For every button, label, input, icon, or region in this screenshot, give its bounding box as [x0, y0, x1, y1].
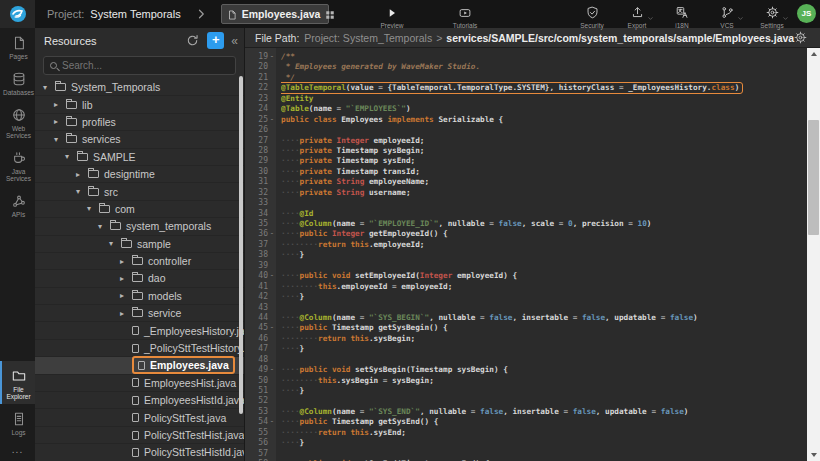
gutter-line-49[interactable]: 49- — [245, 365, 276, 375]
page-icon — [12, 33, 26, 50]
sidebar-item-label: Logs — [2, 429, 35, 436]
tree-item-lib[interactable]: ▸lib — [35, 96, 244, 113]
 — [268, 94, 276, 104]
gutter-line-19[interactable]: 19- — [245, 52, 276, 62]
gutter-line-57: 57 — [245, 449, 276, 459]
tree-item-controller[interactable]: ▸controller — [35, 253, 244, 270]
export-button[interactable]: Export — [619, 3, 655, 29]
activity-bar-top: PagesDatabasesWeb ServicesJava ServicesA… — [0, 28, 35, 222]
search-input[interactable] — [62, 60, 212, 71]
tree-item--employeeshistory-java[interactable]: _EmployeesHistory.java — [35, 322, 244, 339]
tab-employees-java[interactable]: Employees.java — [221, 4, 329, 24]
chevron-right-icon[interactable]: ▸ — [76, 170, 88, 179]
scrollbar-thumb[interactable] — [808, 120, 819, 235]
tree-item-com[interactable]: ▾com — [35, 201, 244, 218]
folder-icon — [121, 240, 132, 248]
code-line-44: ····@Column(name = "`SYS_BEGIN`", nullab… — [281, 313, 807, 323]
chevron-down-icon[interactable]: ▾ — [54, 135, 66, 144]
chevron-down-icon[interactable]: ▾ — [65, 152, 77, 161]
code-line-33 — [281, 198, 807, 208]
tree-item-sample[interactable]: ▾sample — [35, 236, 244, 253]
chevron-down-icon[interactable]: ▾ — [76, 187, 88, 196]
sidebar-item-logs[interactable]: Logs — [0, 404, 35, 440]
tree-item-system-temporals[interactable]: ▾System_Temporals — [35, 79, 244, 96]
code-line-41: ········this.employeeId = employeeId; — [281, 282, 807, 292]
tree-item-employees-java[interactable]: Employees.java — [35, 357, 244, 374]
sidebar-item-databases[interactable]: Databases — [0, 64, 35, 100]
tree-item-dao[interactable]: ▸dao — [35, 270, 244, 287]
resources-search[interactable] — [43, 56, 236, 75]
tree-item-label: PolicySttTestHistId.java — [144, 446, 245, 458]
vcs-button[interactable]: VCS — [709, 3, 745, 29]
folder-icon — [132, 309, 143, 317]
tree-item-policystttest-java[interactable]: PolicySttTest.java — [35, 409, 244, 426]
tree-item-employeeshist-java[interactable]: EmployeesHist.java — [35, 375, 244, 392]
sidebar-item-file-explorer[interactable]: File Explorer — [0, 361, 35, 404]
sidebar-item-apis[interactable]: APIs — [0, 186, 35, 222]
sidebar-item-pages[interactable]: Pages — [0, 28, 35, 64]
activity-bar: PagesDatabasesWeb ServicesJava ServicesA… — [0, 28, 35, 461]
tree-item-designtime[interactable]: ▸designtime — [35, 166, 244, 183]
tree-item-services[interactable]: ▾services — [35, 131, 244, 148]
chevron-right-icon[interactable]: ▸ — [120, 309, 132, 318]
code-editor[interactable]: 19-202122232425-2627282930313233343536-3… — [245, 48, 820, 461]
tree-item--policystttesthistory-java[interactable]: _PolicySttTestHistory.java — [35, 340, 244, 357]
collapse-panel-icon[interactable]: « — [231, 34, 238, 48]
add-resource-button[interactable]: + — [207, 32, 224, 49]
chevron-down-icon[interactable]: ▾ — [98, 222, 110, 231]
resources-scrollbar[interactable] — [239, 76, 243, 414]
chevron-right-icon[interactable]: ▸ — [120, 274, 132, 283]
i18n-button[interactable]: i18N — [664, 3, 700, 29]
sidebar-item-java-services[interactable]: Java Services — [0, 143, 35, 186]
grid-icon[interactable] — [325, 5, 335, 23]
gutter-line-40[interactable]: 40- — [245, 271, 276, 281]
gutter-line-26: 26 — [245, 125, 276, 135]
gear-icon — [794, 31, 807, 43]
gutter-line-54[interactable]: 54- — [245, 417, 276, 427]
scroll-down-icon[interactable] — [807, 449, 820, 461]
refresh-icon[interactable] — [186, 34, 199, 47]
gutter-line-45[interactable]: 45- — [245, 323, 276, 333]
gutter-line-36[interactable]: 36- — [245, 229, 276, 239]
settings-button[interactable]: Settings — [754, 3, 790, 29]
scroll-up-icon[interactable] — [807, 48, 820, 60]
wavemaker-logo-icon — [9, 5, 27, 23]
tree-item-models[interactable]: ▸models — [35, 288, 244, 305]
code-line-23: @Entity — [281, 94, 807, 104]
user-avatar[interactable]: JS — [797, 4, 816, 23]
tree-item-src[interactable]: ▾src — [35, 183, 244, 200]
more-button[interactable]: ... — [0, 440, 35, 461]
chevron-right-icon[interactable]: ▸ — [54, 100, 66, 109]
gutter-line-51: 51 — [245, 386, 276, 396]
code-line-48 — [281, 355, 807, 365]
editor-scrollbar[interactable] — [807, 48, 820, 461]
tree-item-system-temporals[interactable]: ▾system_temporals — [35, 218, 244, 235]
tree-item-service[interactable]: ▸service — [35, 305, 244, 322]
security-button[interactable]: Security — [574, 3, 610, 29]
sidebar-item-label: Web Services — [2, 125, 35, 139]
gutter-line-25[interactable]: 25- — [245, 115, 276, 125]
file-actions — [794, 31, 820, 45]
code-line-46: ········return this.sysBegin; — [281, 334, 807, 344]
tree-item-policystttesthistid-java[interactable]: PolicySttTestHistId.java — [35, 444, 244, 461]
chevron-right-icon[interactable]: ▸ — [120, 291, 132, 300]
fold-marker-icon: - — [268, 271, 276, 281]
chevron-down-icon[interactable]: ▾ — [109, 239, 121, 248]
tree-item-employeeshistid-java[interactable]: EmployeesHistId.java — [35, 392, 244, 409]
code-line-19: /** — [281, 52, 807, 62]
tree-item-policystttesthist-java[interactable]: PolicySttTestHist.java — [35, 427, 244, 444]
sidebar-item-web-services[interactable]: Web Services — [0, 100, 35, 143]
wavemaker-logo[interactable] — [0, 0, 35, 28]
database-icon — [12, 69, 26, 86]
chevron-right-icon[interactable]: ▸ — [120, 257, 132, 266]
tutorials-button[interactable]: Tutorials — [442, 3, 488, 29]
settings-button[interactable] — [794, 31, 807, 45]
chevron-right-icon[interactable]: ▸ — [54, 117, 66, 126]
preview-button[interactable]: Preview — [369, 3, 415, 29]
tree-item-label: lib — [82, 99, 93, 111]
gutter-line-29: 29 — [245, 156, 276, 166]
chevron-down-icon[interactable]: ▾ — [87, 204, 99, 213]
chevron-down-icon[interactable]: ▾ — [43, 83, 55, 92]
tree-item-sample[interactable]: ▾SAMPLE — [35, 149, 244, 166]
tree-item-profiles[interactable]: ▸profiles — [35, 114, 244, 131]
